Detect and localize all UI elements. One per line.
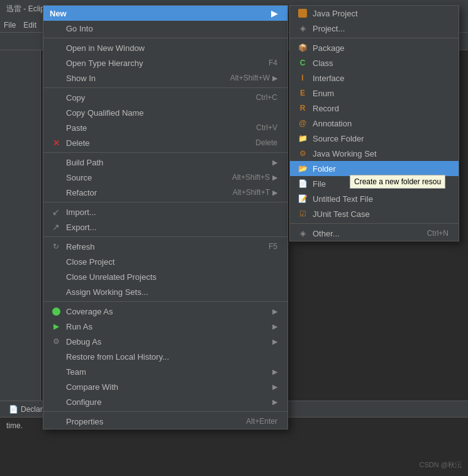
refactor-arrow: ▶ xyxy=(272,189,277,197)
coverage-as-arrow: ▶ xyxy=(272,307,277,316)
run-as-icon: ▶ xyxy=(50,321,62,331)
java-working-set-icon: ⚙ xyxy=(296,148,309,158)
team-arrow: ▶ xyxy=(272,368,277,376)
debug-as-arrow: ▶ xyxy=(272,338,277,346)
junit-icon: ☑ xyxy=(296,209,309,219)
separator-1 xyxy=(43,38,287,38)
menu-item-package[interactable]: 📦 Package xyxy=(290,40,459,55)
side-panel xyxy=(0,50,41,402)
show-in-arrow: ▶ xyxy=(272,74,277,82)
tooltip-text: Create a new folder resou xyxy=(354,177,441,186)
sec-separator-1 xyxy=(290,38,459,38)
export-icon: ↗ xyxy=(50,222,62,232)
menu-edit[interactable]: Edit xyxy=(23,21,36,30)
menu-item-properties[interactable]: Properties Alt+Enter xyxy=(43,414,287,429)
enum-icon: E xyxy=(296,88,309,98)
menu-item-source[interactable]: Source Alt+Shift+S ▶ xyxy=(43,170,287,185)
menu-item-copy-qualified[interactable]: Copy Qualified Name xyxy=(43,105,287,120)
menu-item-junit-test[interactable]: ☑ JUnit Test Case xyxy=(290,206,459,221)
class-icon: C xyxy=(296,58,309,68)
menu-item-debug-as[interactable]: ⚙ Debug As ▶ xyxy=(43,334,287,349)
menu-item-copy[interactable]: Copy Ctrl+C xyxy=(43,90,287,105)
close-project-icon xyxy=(50,257,62,267)
menu-item-open-type-hierarchy[interactable]: Open Type Hierarchy F4 xyxy=(43,55,287,70)
delete-icon: ✕ xyxy=(50,138,62,148)
console-text: time. xyxy=(6,421,23,430)
menu-item-class[interactable]: C Class xyxy=(290,55,459,70)
separator-7 xyxy=(43,411,287,412)
coverage-as-icon xyxy=(50,306,62,316)
configure-icon xyxy=(50,397,62,407)
menu-item-folder[interactable]: 📂 Folder xyxy=(290,161,459,176)
show-in-icon xyxy=(50,73,62,83)
paste-icon xyxy=(50,123,62,133)
menu-item-coverage-as[interactable]: Coverage As ▶ xyxy=(43,304,287,319)
context-menu-secondary: Java Project ◈ Project... 📦 Package C Cl… xyxy=(289,5,459,241)
menu-item-java-project[interactable]: Java Project xyxy=(290,6,459,21)
new-arrow: ▶ xyxy=(271,9,277,18)
go-into-icon xyxy=(50,23,62,33)
menu-item-untitled-text[interactable]: 📝 Untitled Text File xyxy=(290,191,459,206)
menu-item-show-in[interactable]: Show In Alt+Shift+W ▶ xyxy=(43,70,287,86)
menu-item-compare-with[interactable]: Compare With ▶ xyxy=(43,379,287,394)
menu-item-project[interactable]: ◈ Project... xyxy=(290,21,459,36)
refactor-icon xyxy=(50,187,62,197)
separator-3 xyxy=(43,152,287,153)
menu-item-source-folder[interactable]: 📁 Source Folder xyxy=(290,131,459,146)
configure-arrow: ▶ xyxy=(272,398,277,406)
open-new-window-icon xyxy=(50,43,62,53)
menu-file[interactable]: File xyxy=(4,21,16,30)
separator-6 xyxy=(43,301,287,302)
compare-with-icon xyxy=(50,382,62,392)
source-icon xyxy=(50,172,62,182)
annotation-icon: @ xyxy=(296,118,309,128)
menu-item-record[interactable]: R Record xyxy=(290,101,459,116)
menu-item-other[interactable]: ◈ Other... Ctrl+N xyxy=(290,226,459,241)
menu-item-import[interactable]: ↙ Import... xyxy=(43,204,287,219)
menu-item-assign-working[interactable]: Assign Working Sets... xyxy=(43,284,287,299)
folder-icon: 📂 xyxy=(296,163,309,174)
build-path-arrow: ▶ xyxy=(272,158,277,167)
menu-item-run-as[interactable]: ▶ Run As ▶ xyxy=(43,319,287,334)
menu-item-enum[interactable]: E Enum xyxy=(290,86,459,101)
restore-history-icon xyxy=(50,351,62,362)
run-as-arrow: ▶ xyxy=(272,323,277,331)
separator-2 xyxy=(43,87,287,88)
menu-item-go-into[interactable]: Go Into xyxy=(43,21,287,36)
build-path-icon xyxy=(50,157,62,167)
package-icon: 📦 xyxy=(296,43,309,53)
menu-item-interface[interactable]: I Interface xyxy=(290,70,459,86)
record-icon: R xyxy=(296,103,309,113)
separator-4 xyxy=(43,202,287,202)
assign-working-icon xyxy=(50,287,62,297)
menu-item-paste[interactable]: Paste Ctrl+V xyxy=(43,120,287,135)
menu-item-refresh[interactable]: ↻ Refresh F5 xyxy=(43,239,287,254)
import-icon: ↙ xyxy=(50,207,62,217)
debug-as-icon: ⚙ xyxy=(50,336,62,346)
menu-item-close-project[interactable]: Close Project xyxy=(43,254,287,269)
menu-item-java-working-set[interactable]: ⚙ Java Working Set xyxy=(290,146,459,161)
file-icon: 📄 xyxy=(296,179,309,189)
menu-item-close-unrelated[interactable]: Close Unrelated Projects xyxy=(43,269,287,284)
menu-item-build-path[interactable]: Build Path ▶ xyxy=(43,155,287,170)
menu-header-new[interactable]: New ▶ xyxy=(43,6,287,21)
menu-item-annotation[interactable]: @ Annotation xyxy=(290,116,459,131)
open-type-hierarchy-icon xyxy=(50,58,62,68)
menu-item-delete[interactable]: ✕ Delete Delete xyxy=(43,135,287,150)
separator-5 xyxy=(43,236,287,237)
refresh-icon: ↻ xyxy=(50,241,62,252)
copy-qualified-icon xyxy=(50,108,62,118)
menu-item-configure[interactable]: Configure ▶ xyxy=(43,394,287,409)
watermark: CSDN @秋沄 xyxy=(420,460,462,470)
source-folder-icon: 📁 xyxy=(296,133,309,143)
untitled-text-icon: 📝 xyxy=(296,194,309,204)
menu-item-refactor[interactable]: Refactor Alt+Shift+T ▶ xyxy=(43,185,287,200)
other-icon: ◈ xyxy=(296,228,309,238)
menu-item-open-new-window[interactable]: Open in New Window xyxy=(43,40,287,55)
copy-icon xyxy=(50,92,62,102)
menu-item-restore-history[interactable]: Restore from Local History... xyxy=(43,349,287,364)
compare-with-arrow: ▶ xyxy=(272,383,277,391)
properties-icon xyxy=(50,416,62,426)
menu-item-export[interactable]: ↗ Export... xyxy=(43,219,287,235)
menu-item-team[interactable]: Team ▶ xyxy=(43,364,287,379)
